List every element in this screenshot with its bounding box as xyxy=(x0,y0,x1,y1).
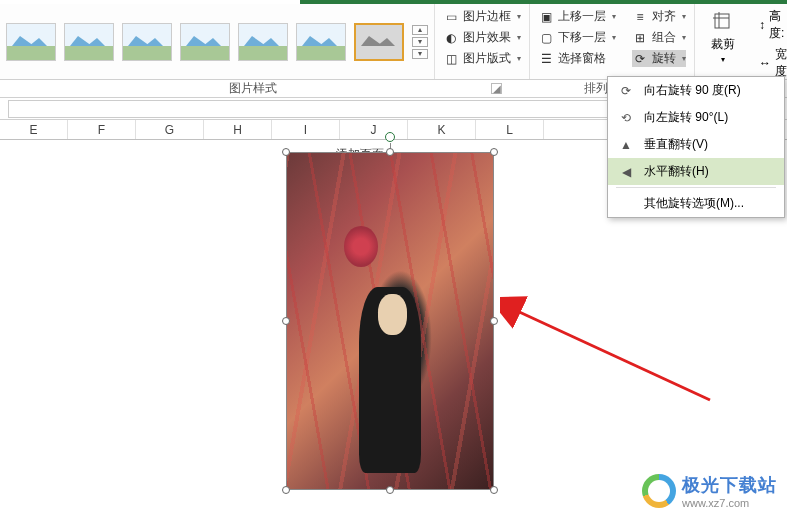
col-header[interactable]: J xyxy=(340,120,408,139)
picture-style-thumb[interactable] xyxy=(180,23,230,61)
title-bar-accent xyxy=(0,0,787,4)
width-label: 宽度: xyxy=(775,46,787,80)
menu-rotate-right[interactable]: ⟳向右旋转 90 度(R) xyxy=(608,77,784,104)
height-label: 高度: xyxy=(769,8,787,42)
height-icon: ↕ xyxy=(759,18,765,32)
picture-style-thumb[interactable] xyxy=(6,23,56,61)
picture-border-button[interactable]: ▭图片边框▾ xyxy=(443,8,521,25)
bring-forward-icon: ▣ xyxy=(538,9,554,25)
picture-effects-button[interactable]: ◐图片效果▾ xyxy=(443,29,521,46)
rotate-left-icon: ⟲ xyxy=(618,110,634,126)
svg-rect-0 xyxy=(715,14,729,28)
resize-handle[interactable] xyxy=(282,486,290,494)
col-header[interactable]: H xyxy=(204,120,272,139)
rotation-handle[interactable] xyxy=(385,132,395,142)
height-row: ↕ 高度: xyxy=(759,8,787,42)
col-header[interactable]: F xyxy=(68,120,136,139)
col-header[interactable]: I xyxy=(272,120,340,139)
border-icon: ▭ xyxy=(443,9,459,25)
size-group: ↕ 高度: ↔ 宽度: xyxy=(751,4,787,79)
crop-group: 裁剪 ▾ xyxy=(694,4,751,79)
picture-style-thumb[interactable] xyxy=(296,23,346,61)
ribbon: ▴▾▾ ▭图片边框▾ ◐图片效果▾ ◫图片版式▾ ▣上移一层▾ ▢下移一层▾ ☰… xyxy=(0,4,787,80)
chevron-down-icon: ▾ xyxy=(682,12,686,21)
flip-vertical-icon: ▲ xyxy=(618,137,634,153)
chevron-down-icon: ▾ xyxy=(517,54,521,63)
picture-format-group: ▭图片边框▾ ◐图片效果▾ ◫图片版式▾ xyxy=(434,4,529,79)
menu-flip-horizontal[interactable]: ◀水平翻转(H) xyxy=(608,158,784,185)
width-icon: ↔ xyxy=(759,56,771,70)
picture-style-thumb[interactable] xyxy=(64,23,114,61)
chevron-down-icon: ▾ xyxy=(721,55,725,64)
watermark-logo-icon xyxy=(642,474,676,508)
resize-handle[interactable] xyxy=(490,317,498,325)
menu-separator xyxy=(616,187,776,188)
align-button[interactable]: ≡对齐▾ xyxy=(632,8,686,25)
crop-icon xyxy=(709,10,737,34)
bring-forward-button[interactable]: ▣上移一层▾ xyxy=(538,8,616,25)
arrange-group-left: ▣上移一层▾ ▢下移一层▾ ☰选择窗格 xyxy=(529,4,624,79)
group-icon: ⊞ xyxy=(632,30,648,46)
col-header[interactable]: G xyxy=(136,120,204,139)
width-row: ↔ 宽度: xyxy=(759,46,787,80)
effects-icon: ◐ xyxy=(443,30,459,46)
watermark: 极光下载站 www.xz7.com xyxy=(642,473,777,509)
picture-styles-gallery: ▴▾▾ xyxy=(0,4,434,79)
chevron-down-icon: ▾ xyxy=(517,33,521,42)
picture-style-thumb[interactable] xyxy=(238,23,288,61)
col-header[interactable]: E xyxy=(0,120,68,139)
rotate-icon: ⟳ xyxy=(632,51,648,67)
col-header[interactable]: L xyxy=(476,120,544,139)
dialog-launcher-icon[interactable]: ◢ xyxy=(491,83,502,94)
picture-style-thumb[interactable] xyxy=(122,23,172,61)
chevron-down-icon: ▾ xyxy=(612,12,616,21)
rotate-right-icon: ⟳ xyxy=(618,83,634,99)
chevron-down-icon: ▾ xyxy=(517,12,521,21)
watermark-url: www.xz7.com xyxy=(682,497,777,509)
watermark-title: 极光下载站 xyxy=(682,473,777,497)
resize-handle[interactable] xyxy=(386,486,394,494)
chevron-down-icon: ▾ xyxy=(682,54,686,63)
send-backward-icon: ▢ xyxy=(538,30,554,46)
align-icon: ≡ xyxy=(632,9,648,25)
gallery-expand[interactable]: ▴▾▾ xyxy=(412,25,428,59)
rotate-dropdown-menu: ⟳向右旋转 90 度(R) ⟲向左旋转 90°(L) ▲垂直翻转(V) ◀水平翻… xyxy=(607,76,785,218)
group-button[interactable]: ⊞组合▾ xyxy=(632,29,686,46)
resize-handle[interactable] xyxy=(282,317,290,325)
arrange-group-right: ≡对齐▾ ⊞组合▾ ⟳旋转▾ xyxy=(624,4,694,79)
selection-border xyxy=(286,152,494,490)
chevron-down-icon: ▾ xyxy=(682,33,686,42)
resize-handle[interactable] xyxy=(490,486,498,494)
menu-flip-vertical[interactable]: ▲垂直翻转(V) xyxy=(608,131,784,158)
flip-horizontal-icon: ◀ xyxy=(618,164,634,180)
selected-image[interactable] xyxy=(286,152,494,490)
selection-pane-button[interactable]: ☰选择窗格 xyxy=(538,50,616,67)
menu-rotate-left[interactable]: ⟲向左旋转 90°(L) xyxy=(608,104,784,131)
picture-layout-button[interactable]: ◫图片版式▾ xyxy=(443,50,521,67)
group-label-styles: 图片样式◢ xyxy=(0,80,506,97)
send-backward-button[interactable]: ▢下移一层▾ xyxy=(538,29,616,46)
selection-pane-icon: ☰ xyxy=(538,51,554,67)
resize-handle[interactable] xyxy=(490,148,498,156)
chevron-down-icon: ▾ xyxy=(612,33,616,42)
layout-icon: ◫ xyxy=(443,51,459,67)
col-header[interactable]: K xyxy=(408,120,476,139)
rotate-button[interactable]: ⟳旋转▾ xyxy=(632,50,686,67)
resize-handle[interactable] xyxy=(386,148,394,156)
picture-style-thumb-selected[interactable] xyxy=(354,23,404,61)
crop-button[interactable]: 裁剪 ▾ xyxy=(703,8,743,66)
resize-handle[interactable] xyxy=(282,148,290,156)
menu-more-rotation[interactable]: 其他旋转选项(M)... xyxy=(608,190,784,217)
